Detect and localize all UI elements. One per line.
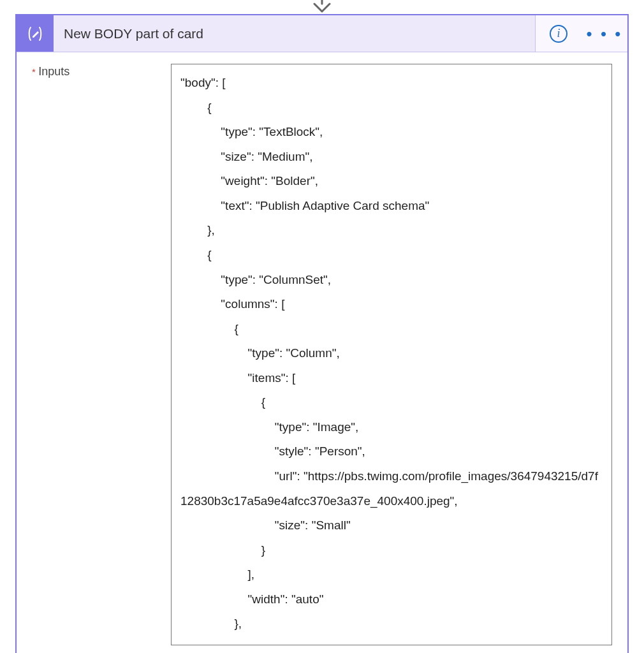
more-button[interactable]: • • • bbox=[582, 15, 627, 52]
more-icon: • • • bbox=[587, 26, 623, 42]
connector-arrow bbox=[0, 0, 644, 14]
card-body: * Inputs "body": [ { "type": "TextBlock"… bbox=[17, 52, 627, 653]
compose-icon bbox=[17, 15, 54, 52]
field-input-wrapper: "body": [ { "type": "TextBlock", "size":… bbox=[171, 64, 612, 653]
info-button[interactable]: i bbox=[536, 15, 582, 52]
inputs-label: Inputs bbox=[38, 65, 70, 78]
info-icon: i bbox=[550, 25, 567, 43]
field-label: * Inputs bbox=[32, 64, 171, 653]
action-card: New BODY part of card i • • • * Inputs "… bbox=[15, 14, 629, 653]
inputs-textarea[interactable]: "body": [ { "type": "TextBlock", "size":… bbox=[171, 64, 612, 645]
card-header: New BODY part of card i • • • bbox=[17, 15, 627, 52]
card-title-text: New BODY part of card bbox=[64, 26, 203, 41]
card-title[interactable]: New BODY part of card bbox=[54, 15, 536, 52]
required-marker: * bbox=[32, 66, 36, 77]
